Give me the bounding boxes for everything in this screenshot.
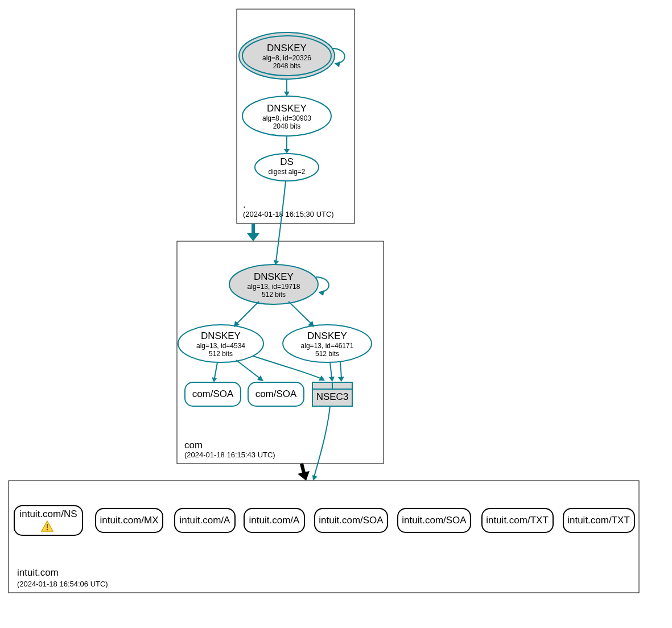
edge-comksk-zsk1 bbox=[236, 301, 259, 324]
intuit-soa1-node[interactable]: intuit.com/SOA bbox=[315, 509, 387, 532]
svg-marker-46 bbox=[312, 475, 318, 481]
edge-comksk-zsk2 bbox=[288, 301, 312, 324]
svg-text:2048 bits: 2048 bits bbox=[273, 122, 301, 130]
svg-text:DNSKEY: DNSKEY bbox=[267, 43, 307, 53]
svg-text:512 bits: 512 bits bbox=[315, 350, 339, 358]
edge-zsk2-nsec3 bbox=[330, 362, 332, 378]
svg-text:com/SOA: com/SOA bbox=[255, 389, 297, 399]
svg-marker-16 bbox=[298, 471, 310, 481]
svg-text:intuit.com/TXT: intuit.com/TXT bbox=[486, 515, 549, 526]
dnssec-diagram: . (2024-01-18 16:15:30 UTC) DNSKEY alg=8… bbox=[0, 0, 672, 628]
svg-text:intuit.com/A: intuit.com/A bbox=[249, 515, 300, 526]
svg-text:512 bits: 512 bits bbox=[209, 350, 233, 358]
svg-text:digest alg=2: digest alg=2 bbox=[268, 168, 305, 176]
svg-text:NSEC3: NSEC3 bbox=[316, 391, 349, 402]
svg-text:alg=8, id=30903: alg=8, id=30903 bbox=[262, 114, 311, 122]
svg-text:alg=13, id=4534: alg=13, id=4534 bbox=[196, 342, 245, 350]
svg-marker-14 bbox=[284, 149, 290, 154]
zone-intuit-box bbox=[9, 481, 639, 593]
intuit-mx-node[interactable]: intuit.com/MX bbox=[96, 509, 163, 532]
svg-text:alg=13, id=19718: alg=13, id=19718 bbox=[248, 283, 300, 291]
svg-text:intuit.com/NS: intuit.com/NS bbox=[19, 509, 77, 519]
svg-text:intuit.com/SOA: intuit.com/SOA bbox=[402, 515, 467, 526]
intuit-txt1-node[interactable]: intuit.com/TXT bbox=[482, 509, 553, 532]
svg-text:intuit.com/TXT: intuit.com/TXT bbox=[567, 515, 630, 526]
svg-text:DNSKEY: DNSKEY bbox=[201, 330, 241, 341]
intuit-a1-node[interactable]: intuit.com/A bbox=[175, 509, 235, 532]
intuit-soa2-node[interactable]: intuit.com/SOA bbox=[398, 509, 471, 532]
svg-text:DNSKEY: DNSKEY bbox=[307, 330, 347, 341]
svg-marker-45 bbox=[338, 377, 344, 382]
intuit-a2-node[interactable]: intuit.com/A bbox=[244, 509, 304, 532]
root-ds-node[interactable]: DS digest alg=2 bbox=[255, 154, 319, 181]
zone-com-label: com bbox=[184, 440, 203, 451]
svg-text:DNSKEY: DNSKEY bbox=[254, 271, 294, 282]
edge-nsec3-intuit bbox=[314, 406, 330, 477]
zone-intuit-label: intuit.com bbox=[17, 567, 59, 578]
svg-text:DS: DS bbox=[280, 156, 294, 167]
com-soa2-node[interactable]: com/SOA bbox=[248, 382, 304, 406]
svg-marker-13 bbox=[284, 92, 290, 96]
svg-text:intuit.com/MX: intuit.com/MX bbox=[100, 515, 159, 526]
svg-marker-15 bbox=[247, 233, 259, 241]
intuit-ns-node[interactable]: intuit.com/NS bbox=[14, 506, 83, 535]
edge-zsk1-soa1 bbox=[215, 362, 217, 378]
com-zsk1-node[interactable]: DNSKEY alg=13, id=4534 512 bits bbox=[178, 325, 263, 362]
svg-text:DNSKEY: DNSKEY bbox=[267, 103, 307, 114]
com-zsk2-node[interactable]: DNSKEY alg=13, id=46171 512 bits bbox=[283, 325, 372, 362]
zone-root-label: . bbox=[243, 199, 246, 210]
com-soa1-node[interactable]: com/SOA bbox=[185, 382, 241, 406]
edge-zsk1-soa2 bbox=[236, 360, 261, 379]
com-ksk-node[interactable]: DNSKEY alg=13, id=19718 512 bits bbox=[229, 265, 318, 304]
svg-text:com/SOA: com/SOA bbox=[192, 389, 234, 399]
edge-zsk2-nsec3-b bbox=[340, 361, 341, 378]
root-zsk-node[interactable]: DNSKEY alg=8, id=30903 2048 bits bbox=[242, 96, 331, 136]
zone-intuit-time: (2024-01-18 16:54:06 UTC) bbox=[17, 580, 108, 588]
svg-point-51 bbox=[47, 529, 48, 531]
edge-ds-to-comksk bbox=[276, 181, 286, 262]
zone-com-time: (2024-01-18 16:15:43 UTC) bbox=[184, 451, 275, 459]
svg-text:alg=13, id=46171: alg=13, id=46171 bbox=[301, 342, 354, 350]
svg-marker-5 bbox=[335, 61, 340, 67]
root-ksk-node[interactable]: DNSKEY alg=8, id=20326 2048 bits bbox=[239, 32, 335, 79]
svg-marker-21 bbox=[319, 290, 324, 296]
svg-text:alg=8, id=20326: alg=8, id=20326 bbox=[262, 54, 311, 62]
zone-root-time: (2024-01-18 16:15:30 UTC) bbox=[243, 210, 334, 218]
svg-text:intuit.com/A: intuit.com/A bbox=[180, 515, 230, 526]
intuit-txt2-node[interactable]: intuit.com/TXT bbox=[563, 509, 634, 532]
svg-text:intuit.com/SOA: intuit.com/SOA bbox=[319, 515, 384, 526]
svg-text:512 bits: 512 bits bbox=[262, 291, 286, 299]
svg-text:2048 bits: 2048 bits bbox=[273, 62, 301, 70]
svg-marker-44 bbox=[329, 377, 335, 382]
com-nsec3-node[interactable]: NSEC3 bbox=[312, 382, 352, 406]
svg-marker-41 bbox=[212, 377, 217, 382]
